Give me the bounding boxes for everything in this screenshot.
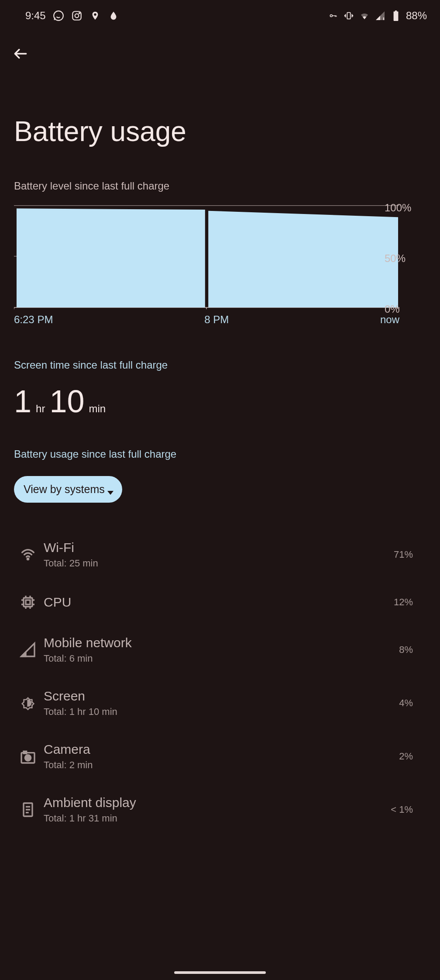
cell-signal-icon xyxy=(375,10,386,21)
svg-point-4 xyxy=(330,15,332,17)
water-drop-icon xyxy=(108,10,119,21)
screen-time-value: 1 hr 10 min xyxy=(14,383,426,419)
usage-row-screen[interactable]: Screen Total: 1 hr 10 min 4% xyxy=(14,676,426,730)
chart-y-labels: 100% 50% 0% xyxy=(385,202,424,315)
svg-rect-5 xyxy=(347,13,350,19)
status-bar: 9:45 88% xyxy=(0,0,440,31)
usage-list: Wi-Fi Total: 25 min 71% CPU 12% Mobile n… xyxy=(14,528,426,836)
home-indicator[interactable] xyxy=(174,971,266,974)
svg-point-19 xyxy=(25,755,31,761)
camera-icon xyxy=(14,748,42,765)
cpu-chip-icon xyxy=(14,594,42,611)
usage-row-camera[interactable]: Camera Total: 2 min 2% xyxy=(14,730,426,783)
view-by-label: View by systems xyxy=(24,483,105,496)
screen-time-heading: Screen time since last full charge xyxy=(14,359,426,371)
wifi-icon xyxy=(359,10,370,21)
battery-level-label: Battery level since last full charge xyxy=(14,180,426,192)
svg-point-0 xyxy=(54,11,63,21)
svg-rect-6 xyxy=(394,11,399,21)
location-pin-icon xyxy=(89,10,101,21)
cell-signal-icon xyxy=(14,641,42,659)
svg-rect-7 xyxy=(395,10,397,12)
page-title: Battery usage xyxy=(0,65,440,155)
whatsapp-icon xyxy=(53,10,64,21)
usage-row-ambient-display[interactable]: Ambient display Total: 1 hr 31 min < 1% xyxy=(14,783,426,836)
vibrate-icon xyxy=(343,10,354,21)
usage-heading: Battery usage since last full charge xyxy=(14,448,426,460)
usage-row-cpu[interactable]: CPU 12% xyxy=(14,581,426,623)
svg-point-15 xyxy=(27,558,28,559)
app-bar xyxy=(0,31,440,65)
usage-row-mobile-network[interactable]: Mobile network Total: 6 min 8% xyxy=(14,623,426,676)
svg-rect-17 xyxy=(26,600,30,604)
svg-point-2 xyxy=(75,14,79,18)
brightness-icon xyxy=(14,694,42,712)
vpn-key-icon xyxy=(327,10,339,21)
svg-point-3 xyxy=(79,13,80,14)
ambient-display-icon xyxy=(14,801,42,818)
wifi-icon xyxy=(14,546,42,563)
instagram-icon xyxy=(71,10,82,21)
battery-chart: 100% 50% 0% 6:23 PM 8 PM now xyxy=(14,204,399,326)
status-battery-percent: 88% xyxy=(406,10,427,22)
svg-rect-16 xyxy=(24,598,32,607)
back-button[interactable] xyxy=(10,43,31,65)
arrow-left-icon xyxy=(12,45,29,62)
chart-svg xyxy=(14,204,399,309)
caret-down-icon xyxy=(107,491,113,495)
chart-x-labels: 6:23 PM 8 PM now xyxy=(14,314,399,326)
usage-row-wifi[interactable]: Wi-Fi Total: 25 min 71% xyxy=(14,528,426,581)
view-by-dropdown[interactable]: View by systems xyxy=(14,476,122,503)
status-time: 9:45 xyxy=(25,10,46,22)
battery-icon xyxy=(390,10,402,21)
